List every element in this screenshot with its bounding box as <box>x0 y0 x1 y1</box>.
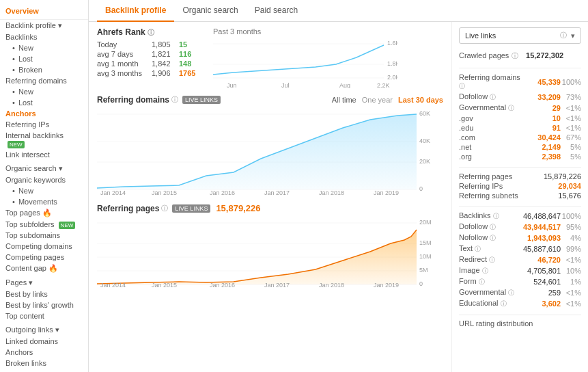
main-content: Backlink profile Organic search Paid sea… <box>89 0 588 372</box>
rank-row-1m: avg 1 month 1,842 148 <box>97 59 206 68</box>
svg-text:Jan 2018: Jan 2018 <box>319 189 344 196</box>
ref-pages-chart-svg: 20M 15M 10M 5M 0 <box>97 216 432 288</box>
sidebar-top-content[interactable]: Top content <box>0 310 88 321</box>
sidebar-best-links-growth[interactable]: Best by links' growth <box>0 300 88 310</box>
filter-one-year[interactable]: One year <box>362 96 393 104</box>
svg-text:Jan 2018: Jan 2018 <box>319 282 344 288</box>
stat-label-ref-domains: Referring domains ⓘ <box>459 73 523 91</box>
sidebar-outgoing-anchors[interactable]: Anchors <box>0 347 88 358</box>
stat-val-org: 2,398 <box>523 152 561 161</box>
stat-label-bl-nofollow: Nofollow ⓘ <box>459 233 523 243</box>
svg-text:0: 0 <box>419 280 423 287</box>
rank-val-3m: 1,906 <box>152 69 179 77</box>
svg-marker-18 <box>97 114 417 189</box>
sidebar-backlinks-new[interactable]: • New <box>0 42 88 53</box>
stat-ref-ips: Referring IPs 29,034 <box>459 181 581 191</box>
rank-table: Today 1,805 15 avg 7 days 1,821 116 avg … <box>97 40 206 77</box>
stat-label-com: .com <box>459 133 523 142</box>
stat-bl-dofollow: Dofollow ⓘ 43,944,517 95% <box>459 222 581 232</box>
stat-val-ref-pages: 15,879,226 <box>544 172 581 181</box>
stat-val-bl-form: 524,601 <box>523 278 561 286</box>
stat-label-bl-redirect: Redirect ⓘ <box>459 255 523 265</box>
svg-text:15M: 15M <box>419 239 432 246</box>
live-links-dropdown[interactable]: Live links ⓘ ▾ <box>459 27 581 44</box>
tab-backlink-profile[interactable]: Backlink profile <box>97 0 174 22</box>
rank-label-1m: avg 1 month <box>97 59 152 68</box>
stat-val-backlinks: 46,488,647 <box>523 212 561 220</box>
sidebar-content-gap[interactable]: Content gap 🔥 <box>0 263 88 274</box>
sidebar-top-subfolders[interactable]: Top subfolders NEW <box>0 219 88 230</box>
stat-val-edu: 91 <box>523 124 561 132</box>
stat-label-dofollow: Dofollow ⓘ <box>459 92 523 102</box>
referring-pages-header: Referring pages ⓘ LIVE LINKS 15,879,226 <box>97 203 443 213</box>
referring-domains-header: Referring domains ⓘ LIVE LINKS All time … <box>97 95 443 105</box>
sidebar-competing-domains[interactable]: Competing domains <box>0 241 88 252</box>
sidebar-link-intersect[interactable]: Link intersect <box>0 149 88 160</box>
sidebar-backlinks-broken[interactable]: • Broken <box>0 64 88 75</box>
rank-val-1m: 1,842 <box>152 59 179 68</box>
ref-domains-stats: Referring domains ⓘ 45,339 100% Dofollow… <box>459 68 581 161</box>
tab-organic-search[interactable]: Organic search <box>174 0 246 22</box>
stat-val-gov: 10 <box>523 114 561 122</box>
sidebar-referring-ips[interactable]: Referring IPs <box>0 119 88 130</box>
stat-pct-com: 67% <box>561 133 581 142</box>
sidebar-linked-domains[interactable]: Linked domains <box>0 336 88 347</box>
sidebar-organic-search[interactable]: Organic search ▾ <box>0 163 88 174</box>
stat-label-bl-governmental: Governmental ⓘ <box>459 288 523 297</box>
stat-bl-nofollow: Nofollow ⓘ 1,943,093 4% <box>459 232 581 243</box>
url-rating-section: URL rating distribution <box>459 315 581 328</box>
stat-pct-org: 5% <box>561 152 581 161</box>
svg-text:Jan 2016: Jan 2016 <box>210 189 235 196</box>
sidebar-internal-backlinks[interactable]: Internal backlinks NEW <box>0 130 88 149</box>
tab-paid-search[interactable]: Paid search <box>247 0 306 22</box>
rank-info-icon: ⓘ <box>148 29 154 36</box>
rank-delta-7d: 116 <box>179 50 206 58</box>
sidebar-pages[interactable]: Pages ▾ <box>0 277 88 289</box>
svg-text:2.0K: 2.0K <box>387 74 397 81</box>
stat-com: .com 30,424 67% <box>459 133 581 142</box>
sidebar-organic-movements[interactable]: • Movements <box>0 196 88 207</box>
stat-val-ref-domains: 45,339 <box>523 78 561 86</box>
sidebar-anchors[interactable]: Anchors <box>0 108 88 119</box>
filter-last-30[interactable]: Last 30 days <box>398 96 443 104</box>
svg-text:20M: 20M <box>419 219 432 226</box>
time-filters: All time One year Last 30 days <box>332 96 443 104</box>
stat-label-edu: .edu <box>459 124 523 132</box>
ref-pages-live-badge: LIVE LINKS <box>172 204 210 213</box>
stat-pct-bl-educational: <1% <box>561 300 581 308</box>
dropdown-info-icon: ⓘ <box>560 31 567 40</box>
stat-label-bl-dofollow: Dofollow ⓘ <box>459 222 523 232</box>
sidebar-organic-new[interactable]: • New <box>0 185 88 196</box>
sidebar: Overview Backlink profile ▾ Backlinks • … <box>0 0 89 372</box>
svg-text:Jan 2015: Jan 2015 <box>152 282 177 288</box>
sidebar-overview[interactable]: Overview <box>0 4 88 20</box>
sidebar-top-pages[interactable]: Top pages 🔥 <box>0 207 88 219</box>
sidebar-broken-links[interactable]: Broken links <box>0 358 88 369</box>
sidebar-competing-pages[interactable]: Competing pages <box>0 252 88 263</box>
sidebar-ref-domains-lost[interactable]: • Lost <box>0 97 88 108</box>
sidebar-organic-keywords[interactable]: Organic keywords <box>0 174 88 185</box>
sidebar-referring-domains[interactable]: Referring domains <box>0 75 88 86</box>
svg-text:Jan 2017: Jan 2017 <box>264 282 290 288</box>
svg-text:2.2K: 2.2K <box>377 82 390 88</box>
stat-val-governmental: 29 <box>523 104 561 112</box>
stat-edu: .edu 91 <1% <box>459 123 581 133</box>
tab-bar: Backlink profile Organic search Paid sea… <box>89 0 588 22</box>
sidebar-backlinks-lost[interactable]: • Lost <box>0 53 88 64</box>
referring-domains-chart: 60K 40K 20K 0 Ja <box>97 107 443 196</box>
filter-all-time[interactable]: All time <box>332 96 356 104</box>
rank-chart-area: Past 3 months 1.6K 1.8K 2.0K Jun Jul Aug… <box>213 27 443 88</box>
stat-bl-educational: Educational ⓘ 3,602 <1% <box>459 298 581 309</box>
sidebar-outgoing-links[interactable]: Outgoing links ▾ <box>0 324 88 336</box>
sidebar-backlink-profile[interactable]: Backlink profile ▾ <box>0 20 88 31</box>
stat-val-ref-ips: 29,034 <box>544 182 581 190</box>
sidebar-ref-domains-new[interactable]: • New <box>0 86 88 97</box>
url-rating-label: URL rating distribution <box>459 319 581 328</box>
sidebar-best-by-links[interactable]: Best by links <box>0 289 88 300</box>
sidebar-top-subdomains[interactable]: Top subdomains <box>0 230 88 241</box>
crawled-pages-label: Crawled pages <box>459 51 509 59</box>
svg-text:1.8K: 1.8K <box>387 60 397 67</box>
sidebar-backlinks[interactable]: Backlinks <box>0 31 88 42</box>
svg-text:20K: 20K <box>419 158 430 165</box>
stat-val-bl-redirect: 46,720 <box>523 256 561 264</box>
